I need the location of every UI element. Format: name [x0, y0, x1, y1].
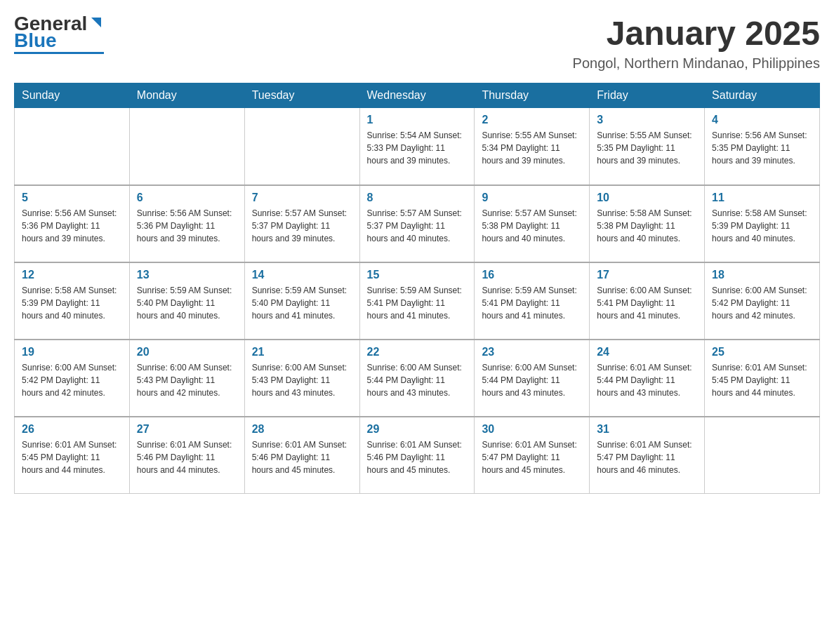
calendar-cell: 5Sunrise: 5:56 AM Sunset: 5:36 PM Daylig… [15, 185, 130, 262]
day-info: Sunrise: 6:00 AM Sunset: 5:41 PM Dayligh… [597, 284, 697, 322]
day-number: 6 [137, 192, 237, 204]
day-number: 19 [22, 346, 122, 358]
day-info: Sunrise: 5:57 AM Sunset: 5:37 PM Dayligh… [367, 207, 468, 245]
calendar-cell: 15Sunrise: 5:59 AM Sunset: 5:41 PM Dayli… [359, 262, 475, 340]
calendar-cell: 13Sunrise: 5:59 AM Sunset: 5:40 PM Dayli… [129, 262, 244, 340]
calendar-cell: 10Sunrise: 5:58 AM Sunset: 5:38 PM Dayli… [590, 185, 705, 262]
day-info: Sunrise: 5:56 AM Sunset: 5:36 PM Dayligh… [22, 207, 122, 245]
day-number: 3 [597, 114, 697, 126]
calendar-cell: 9Sunrise: 5:57 AM Sunset: 5:38 PM Daylig… [475, 185, 590, 262]
calendar-day-header: Sunday [15, 83, 130, 108]
day-number: 26 [22, 423, 122, 436]
calendar-cell: 27Sunrise: 6:01 AM Sunset: 5:46 PM Dayli… [129, 417, 244, 494]
month-title: January 2025 [573, 14, 820, 53]
calendar-cell: 19Sunrise: 6:00 AM Sunset: 5:42 PM Dayli… [15, 340, 130, 417]
day-info: Sunrise: 6:01 AM Sunset: 5:47 PM Dayligh… [482, 438, 582, 476]
day-info: Sunrise: 6:01 AM Sunset: 5:45 PM Dayligh… [712, 361, 812, 399]
calendar-week-row: 5Sunrise: 5:56 AM Sunset: 5:36 PM Daylig… [15, 185, 820, 262]
logo-triangle-icon [88, 15, 104, 30]
calendar-day-header: Wednesday [359, 83, 475, 108]
day-number: 21 [252, 346, 352, 358]
day-info: Sunrise: 6:01 AM Sunset: 5:46 PM Dayligh… [367, 438, 468, 476]
calendar-cell: 1Sunrise: 5:54 AM Sunset: 5:33 PM Daylig… [359, 108, 475, 185]
day-number: 24 [597, 346, 697, 358]
day-info: Sunrise: 5:57 AM Sunset: 5:38 PM Dayligh… [482, 207, 582, 245]
day-number: 29 [367, 423, 468, 436]
day-number: 15 [367, 269, 468, 281]
calendar-table: SundayMondayTuesdayWednesdayThursdayFrid… [14, 83, 820, 494]
calendar-week-row: 26Sunrise: 6:01 AM Sunset: 5:45 PM Dayli… [15, 417, 820, 494]
calendar-cell: 17Sunrise: 6:00 AM Sunset: 5:41 PM Dayli… [590, 262, 705, 340]
day-number: 23 [482, 346, 582, 358]
day-info: Sunrise: 6:00 AM Sunset: 5:44 PM Dayligh… [482, 361, 582, 399]
calendar-cell: 7Sunrise: 5:57 AM Sunset: 5:37 PM Daylig… [244, 185, 359, 262]
day-info: Sunrise: 5:58 AM Sunset: 5:39 PM Dayligh… [22, 284, 122, 322]
logo-blue: Blue [14, 31, 57, 51]
calendar-week-row: 12Sunrise: 5:58 AM Sunset: 5:39 PM Dayli… [15, 262, 820, 340]
day-number: 25 [712, 346, 812, 358]
day-info: Sunrise: 5:58 AM Sunset: 5:38 PM Dayligh… [597, 207, 697, 245]
calendar-cell: 6Sunrise: 5:56 AM Sunset: 5:36 PM Daylig… [129, 185, 244, 262]
day-number: 1 [367, 114, 468, 126]
day-info: Sunrise: 5:59 AM Sunset: 5:41 PM Dayligh… [482, 284, 582, 322]
title-section: January 2025 Pongol, Northern Mindanao, … [573, 14, 820, 72]
calendar-cell: 8Sunrise: 5:57 AM Sunset: 5:37 PM Daylig… [359, 185, 475, 262]
calendar-cell: 20Sunrise: 6:00 AM Sunset: 5:43 PM Dayli… [129, 340, 244, 417]
day-number: 30 [482, 423, 582, 436]
day-info: Sunrise: 6:00 AM Sunset: 5:42 PM Dayligh… [712, 284, 812, 322]
day-info: Sunrise: 6:00 AM Sunset: 5:43 PM Dayligh… [137, 361, 237, 399]
calendar-cell: 2Sunrise: 5:55 AM Sunset: 5:34 PM Daylig… [475, 108, 590, 185]
day-info: Sunrise: 5:55 AM Sunset: 5:34 PM Dayligh… [482, 129, 582, 167]
calendar-cell: 18Sunrise: 6:00 AM Sunset: 5:42 PM Dayli… [705, 262, 820, 340]
day-number: 5 [22, 192, 122, 204]
day-info: Sunrise: 5:54 AM Sunset: 5:33 PM Dayligh… [367, 129, 468, 167]
calendar-week-row: 1Sunrise: 5:54 AM Sunset: 5:33 PM Daylig… [15, 108, 820, 185]
day-info: Sunrise: 6:01 AM Sunset: 5:47 PM Dayligh… [597, 438, 697, 476]
day-info: Sunrise: 5:59 AM Sunset: 5:40 PM Dayligh… [252, 284, 352, 322]
day-number: 28 [252, 423, 352, 436]
day-info: Sunrise: 6:00 AM Sunset: 5:44 PM Dayligh… [367, 361, 468, 399]
calendar-cell: 25Sunrise: 6:01 AM Sunset: 5:45 PM Dayli… [705, 340, 820, 417]
day-number: 10 [597, 192, 697, 204]
calendar-cell: 12Sunrise: 5:58 AM Sunset: 5:39 PM Dayli… [15, 262, 130, 340]
calendar-cell: 31Sunrise: 6:01 AM Sunset: 5:47 PM Dayli… [590, 417, 705, 494]
day-info: Sunrise: 5:58 AM Sunset: 5:39 PM Dayligh… [712, 207, 812, 245]
day-number: 2 [482, 114, 582, 126]
logo: General Blue [14, 14, 104, 54]
day-number: 12 [22, 269, 122, 281]
day-number: 13 [137, 269, 237, 281]
calendar-cell: 21Sunrise: 6:00 AM Sunset: 5:43 PM Dayli… [244, 340, 359, 417]
calendar-day-header: Thursday [475, 83, 590, 108]
day-info: Sunrise: 6:01 AM Sunset: 5:46 PM Dayligh… [252, 438, 352, 476]
svg-marker-0 [91, 18, 101, 27]
day-info: Sunrise: 5:59 AM Sunset: 5:41 PM Dayligh… [367, 284, 468, 322]
location-title: Pongol, Northern Mindanao, Philippines [573, 55, 820, 72]
day-number: 22 [367, 346, 468, 358]
calendar-cell [705, 417, 820, 494]
calendar-day-header: Saturday [705, 83, 820, 108]
day-info: Sunrise: 5:57 AM Sunset: 5:37 PM Dayligh… [252, 207, 352, 245]
calendar-cell [129, 108, 244, 185]
day-number: 4 [712, 114, 812, 126]
day-info: Sunrise: 5:56 AM Sunset: 5:36 PM Dayligh… [137, 207, 237, 245]
day-number: 11 [712, 192, 812, 204]
calendar-day-header: Monday [129, 83, 244, 108]
calendar-cell: 24Sunrise: 6:01 AM Sunset: 5:44 PM Dayli… [590, 340, 705, 417]
calendar-cell: 3Sunrise: 5:55 AM Sunset: 5:35 PM Daylig… [590, 108, 705, 185]
calendar-cell [15, 108, 130, 185]
day-info: Sunrise: 6:01 AM Sunset: 5:44 PM Dayligh… [597, 361, 697, 399]
calendar-cell [244, 108, 359, 185]
day-number: 9 [482, 192, 582, 204]
day-info: Sunrise: 5:55 AM Sunset: 5:35 PM Dayligh… [597, 129, 697, 167]
day-info: Sunrise: 6:01 AM Sunset: 5:46 PM Dayligh… [137, 438, 237, 476]
day-number: 16 [482, 269, 582, 281]
calendar-cell: 28Sunrise: 6:01 AM Sunset: 5:46 PM Dayli… [244, 417, 359, 494]
day-info: Sunrise: 6:00 AM Sunset: 5:43 PM Dayligh… [252, 361, 352, 399]
calendar-cell: 22Sunrise: 6:00 AM Sunset: 5:44 PM Dayli… [359, 340, 475, 417]
calendar-cell: 14Sunrise: 5:59 AM Sunset: 5:40 PM Dayli… [244, 262, 359, 340]
day-number: 20 [137, 346, 237, 358]
calendar-day-header: Friday [590, 83, 705, 108]
day-number: 18 [712, 269, 812, 281]
day-info: Sunrise: 5:56 AM Sunset: 5:35 PM Dayligh… [712, 129, 812, 167]
calendar-cell: 16Sunrise: 5:59 AM Sunset: 5:41 PM Dayli… [475, 262, 590, 340]
